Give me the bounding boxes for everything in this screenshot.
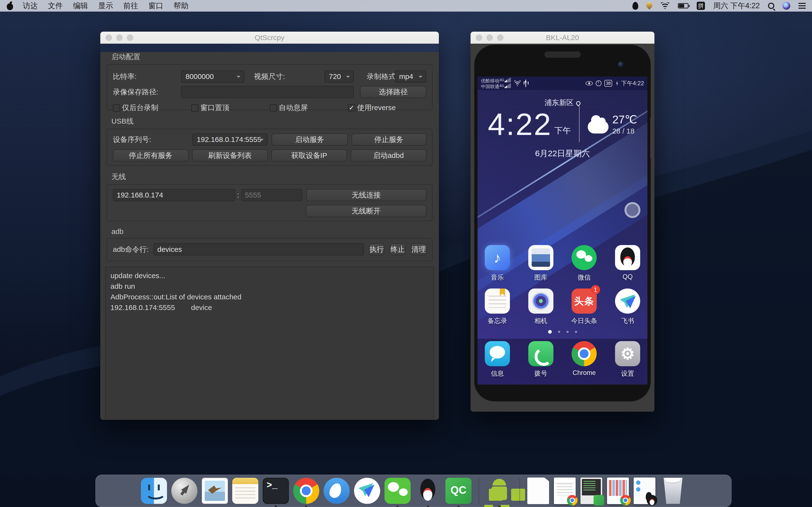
usb-action-button[interactable]: 启动adbd — [351, 150, 426, 162]
menu-item[interactable]: 窗口 — [148, 1, 163, 11]
choose-path-button[interactable]: 选择路径 — [360, 86, 426, 98]
checkbox-option[interactable]: 窗口置顶 — [191, 103, 269, 113]
running-indicator-dot — [397, 506, 399, 507]
phone-app[interactable]: 拨号 — [528, 341, 553, 378]
device-serial-combobox[interactable]: 192.168.0.174:5555 — [192, 133, 267, 146]
dock-item[interactable] — [660, 478, 686, 504]
menu-item[interactable]: 帮助 — [173, 1, 189, 11]
dock-item[interactable] — [141, 478, 167, 504]
phone-app-icon — [485, 341, 510, 366]
launch-config-groupbox: 比特率: 8000000 视频尺寸: 720 录制格式: mp4 录像保存路径:… — [107, 64, 433, 110]
usb-action-button[interactable]: 刷新设备列表 — [192, 150, 268, 162]
phone-app[interactable]: ⚙ 设置 — [615, 341, 640, 378]
log-line: update devices... — [110, 270, 429, 281]
menu-status-icon[interactable] — [782, 2, 790, 10]
dock-item[interactable] — [607, 477, 629, 504]
menu-item[interactable]: 编辑 — [73, 1, 88, 11]
dock-item[interactable] — [580, 477, 602, 504]
phone-app-label: QQ — [622, 273, 633, 281]
app-row-2: 备忘录 相机 头条 — [477, 288, 648, 325]
menu-bar-clock[interactable]: 周六 下午4:22 — [713, 1, 760, 11]
record-format-combobox[interactable]: mp4 — [395, 70, 426, 82]
dock-item[interactable] — [232, 478, 258, 504]
phone-app-icon — [571, 341, 597, 366]
adb-command-input[interactable] — [153, 243, 364, 256]
dock-item[interactable] — [202, 478, 228, 504]
dock-item[interactable] — [527, 477, 549, 504]
dock-item[interactable] — [478, 478, 479, 503]
phone-app[interactable]: 图库 — [528, 245, 553, 282]
phone-app[interactable]: 飞书 — [615, 288, 640, 325]
adb-action-button[interactable]: 终止 — [390, 243, 405, 256]
dock-item[interactable] — [519, 478, 520, 503]
phone-app[interactable]: QQ — [615, 245, 640, 282]
dock-item[interactable] — [323, 478, 350, 504]
checkbox-option[interactable]: 使用reverse — [348, 103, 426, 113]
section-label-wireless: 无线 — [111, 172, 434, 182]
network-type-bottom: 4G — [499, 83, 504, 88]
menu-status-icon[interactable] — [632, 2, 638, 10]
bitrate-combobox[interactable]: 8000000 — [181, 70, 244, 82]
alarm-icon — [596, 80, 602, 86]
menu-item[interactable]: 访达 — [23, 1, 38, 11]
stop-service-button[interactable]: 停止服务 — [352, 133, 426, 146]
dock-item[interactable] — [293, 478, 319, 504]
menu-item[interactable]: 前往 — [123, 1, 138, 11]
dock-item[interactable] — [171, 478, 197, 504]
menu-status-icon[interactable] — [799, 3, 806, 9]
checkbox-option[interactable]: 自动息屏 — [270, 103, 348, 113]
video-size-combobox[interactable]: 720 — [324, 70, 354, 82]
phone-app[interactable]: 相机 — [528, 288, 553, 325]
clock-widget[interactable]: 4:22 下午 27℃ 28 / 18 — [477, 106, 648, 142]
app-row-1: ♪ 音乐 图库 — [477, 245, 648, 282]
dock-item[interactable] — [633, 477, 655, 504]
dock-item[interactable] — [385, 478, 411, 504]
phone-app[interactable]: 头条 1 今日头条 — [571, 288, 597, 325]
dock-item[interactable] — [354, 478, 380, 504]
menu-status-icon[interactable] — [660, 2, 670, 9]
qtscrcpy-titlebar[interactable]: QtScrcpy — [100, 32, 439, 44]
menu-status-icon[interactable] — [678, 3, 689, 8]
phone-app-icon — [528, 341, 553, 366]
menu-status-icon[interactable]: 拼 — [697, 2, 705, 10]
dock-item[interactable]: >_ — [263, 478, 289, 504]
signal-bars-icon — [505, 77, 511, 82]
home-page-dots — [477, 330, 648, 334]
adb-log-output[interactable]: update devices... adb run AdbProcess::ou… — [105, 267, 434, 420]
menu-status-icon[interactable] — [768, 3, 774, 9]
record-path-input[interactable] — [181, 86, 354, 98]
usb-action-button[interactable]: 获取设备IP — [271, 150, 347, 162]
menu-item[interactable]: 显示 — [98, 1, 113, 11]
wireless-disconnect-button[interactable]: 无线断开 — [306, 205, 426, 217]
menu-item[interactable]: 文件 — [48, 1, 63, 11]
phone-app[interactable]: Chrome — [571, 341, 597, 378]
menu-bar: 访达 文件 编辑 显示 前往 窗口 帮助 — [0, 0, 812, 12]
page-dot — [566, 331, 569, 333]
phone-app[interactable]: 微信 — [571, 245, 597, 282]
phone-status-bar: 优酷移动3G 中国联通4G 38 下午4:22 — [477, 76, 648, 90]
dock-item[interactable] — [554, 477, 576, 504]
usb-action-button[interactable]: 停止所有服务 — [113, 150, 189, 162]
dock-item[interactable]: QC — [445, 478, 471, 504]
mac-dock: >_ — [95, 475, 731, 507]
menu-status-icon[interactable] — [647, 2, 652, 10]
adb-action-button[interactable]: 执行 — [369, 243, 384, 256]
dock-item[interactable] — [415, 478, 441, 504]
wireless-connect-button[interactable]: 无线连接 — [306, 189, 426, 201]
weather-widget[interactable]: 27℃ 28 / 18 — [588, 113, 637, 135]
phone-app[interactable]: ♪ 音乐 — [485, 245, 510, 282]
checkbox-option[interactable]: 仅后台录制 — [113, 103, 191, 113]
dock-item[interactable] — [486, 478, 512, 504]
phone-app[interactable]: 备忘录 — [485, 288, 510, 325]
start-service-button[interactable]: 启动服务 — [272, 133, 348, 146]
wireless-ip-input[interactable] — [113, 189, 235, 201]
phone-app[interactable]: 信息 — [485, 341, 510, 378]
wireless-port-input[interactable] — [241, 189, 302, 201]
phone-screen[interactable]: 优酷移动3G 中国联通4G 38 下午4:22 浦东新区 — [477, 76, 648, 385]
assistive-touch-ball[interactable] — [624, 202, 641, 218]
usb-buttons-row2: 停止所有服务 刷新设备列表 获取设备IP 启动adbd — [113, 150, 426, 162]
apple-menu-icon[interactable] — [6, 1, 13, 10]
adb-command-label: adb命令行: — [113, 244, 153, 255]
adb-action-button[interactable]: 清理 — [411, 243, 426, 256]
phone-window-titlebar[interactable]: BKL-AL20 — [470, 32, 654, 44]
